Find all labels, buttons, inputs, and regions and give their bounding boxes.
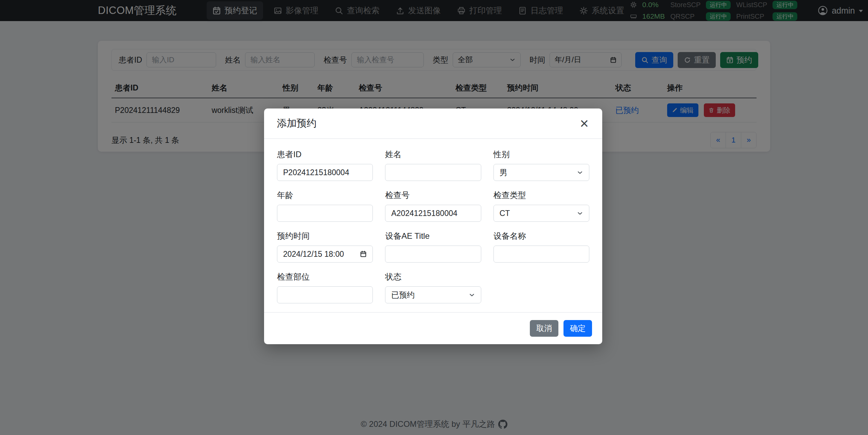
add-appointment-modal: 添加预约 × 患者ID 姓名 性别 男 年龄 检查号 检查类型 [264,108,602,344]
field-gender: 性别 男 [493,149,589,181]
modal-body: 患者ID 姓名 性别 男 年龄 检查号 检查类型 CT [264,139,602,306]
status-select-value: 已预约 [391,290,415,300]
close-icon[interactable]: × [579,117,589,129]
accession-label: 检查号 [385,190,481,201]
gender-select[interactable]: 男 [493,164,589,181]
exam-type-label: 检查类型 [493,190,589,201]
status-label: 状态 [385,271,481,282]
patient-id-label: 患者ID [277,149,373,160]
field-device-name: 设备名称 [493,231,589,263]
gender-label: 性别 [493,149,589,160]
calendar-icon [360,251,367,257]
field-appt-time: 预约时间 2024/12/15 18:00 [277,231,373,263]
field-name: 姓名 [385,149,481,181]
modal-title: 添加预约 [277,117,316,130]
exam-type-select[interactable]: CT [493,205,589,222]
body-part-label: 检查部位 [277,271,373,282]
device-name-label: 设备名称 [493,231,589,241]
gender-select-value: 男 [500,167,507,178]
field-exam-type: 检查类型 CT [493,190,589,222]
name-field[interactable] [385,164,481,181]
field-accession: 检查号 [385,190,481,222]
body-part-field[interactable] [277,286,373,303]
status-select[interactable]: 已预约 [385,286,481,303]
appt-time-value: 2024/12/15 18:00 [283,250,344,259]
field-body-part: 检查部位 [277,271,373,303]
chevron-down-icon [577,210,583,217]
chevron-down-icon [469,292,475,298]
field-ae-title: 设备AE Title [385,231,481,263]
field-age: 年龄 [277,190,373,222]
chevron-down-icon [577,169,583,176]
appt-time-input[interactable]: 2024/12/15 18:00 [277,246,373,263]
ae-title-field[interactable] [385,246,481,263]
appt-time-label: 预约时间 [277,231,373,241]
age-field[interactable] [277,205,373,222]
name-label: 姓名 [385,149,481,160]
exam-type-select-value: CT [500,209,510,218]
field-empty [493,271,589,303]
ae-title-label: 设备AE Title [385,231,481,241]
patient-id-field[interactable] [277,164,373,181]
field-status: 状态 已预约 [385,271,481,303]
modal-header: 添加预约 × [264,108,602,139]
age-label: 年龄 [277,190,373,201]
device-name-field[interactable] [493,246,589,263]
accession-field[interactable] [385,205,481,222]
cancel-button[interactable]: 取消 [530,320,558,337]
modal-footer: 取消 确定 [264,312,602,344]
confirm-button[interactable]: 确定 [563,320,592,337]
field-patient-id: 患者ID [277,149,373,181]
